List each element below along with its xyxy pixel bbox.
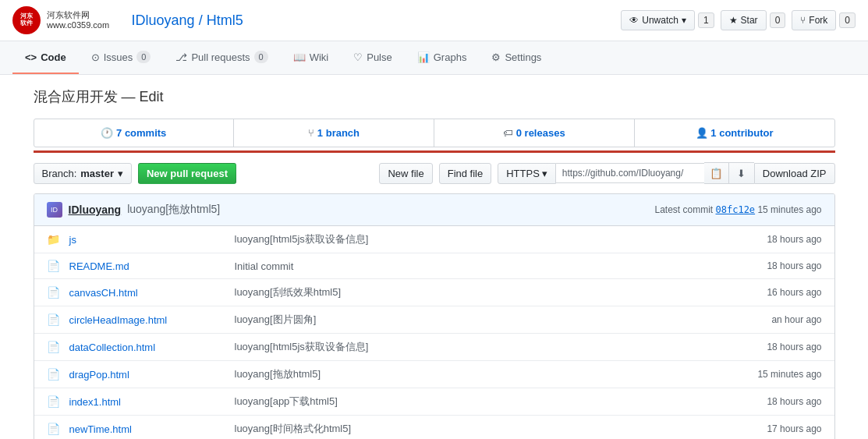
folder-icon: 📁: [47, 233, 60, 246]
file-name-link[interactable]: js: [69, 234, 225, 246]
header-right: 👁 Unwatch ▾ 1 ★ Star 0 ⑂ Fork 0: [621, 10, 856, 30]
clipboard-icon: 📋: [710, 168, 723, 179]
issues-badge: 0: [136, 51, 151, 63]
clone-url-input[interactable]: [556, 163, 704, 183]
nav-item-pulse[interactable]: ♡ Pulse: [341, 41, 405, 74]
download-icon-button[interactable]: ⬇: [729, 162, 754, 184]
commit-icon: 🕐: [101, 127, 116, 139]
file-row: 📄 canvasCH.html luoyang[刮纸效果html5] 16 ho…: [34, 279, 834, 306]
watch-button[interactable]: 👁 Unwatch ▾: [621, 10, 695, 30]
download-zip-button[interactable]: Download ZIP: [754, 163, 835, 184]
new-file-button[interactable]: New file: [379, 163, 432, 184]
fork-button[interactable]: ⑂ Fork: [792, 10, 836, 30]
page-subtitle: 混合应用开发 — Edit: [34, 87, 835, 106]
file-time: an hour ago: [771, 314, 821, 325]
pull-request-icon: ⎇: [175, 51, 187, 63]
releases-link[interactable]: 0 releases: [516, 127, 565, 139]
star-count: 0: [770, 12, 786, 28]
file-commit-message: luoyang[html5js获取设备信息]: [235, 232, 758, 246]
stat-contributors[interactable]: 👤 1 contributor: [635, 119, 834, 147]
file-row: 📁 js luoyang[html5js获取设备信息] 18 hours ago: [34, 226, 834, 253]
header: 河东软件 河东软件网 www.c0359.com IDluoyang / Htm…: [0, 0, 868, 41]
person-icon: 👤: [696, 127, 711, 139]
file-time: 15 minutes ago: [757, 369, 821, 380]
file-commit-message: luoyang[app下载html5]: [235, 395, 758, 409]
logo-icon: 河东软件: [12, 6, 41, 34]
file-name-link[interactable]: canvasCH.html: [69, 287, 225, 299]
file-time: 18 hours ago: [767, 234, 821, 245]
file-name-link[interactable]: dataCollection.html: [69, 342, 225, 353]
file-time: 18 hours ago: [767, 260, 821, 271]
file-time: 16 hours ago: [767, 287, 821, 298]
pulse-icon: ♡: [353, 51, 363, 63]
clipboard-button[interactable]: 📋: [704, 162, 729, 184]
branch-selector[interactable]: Branch: master ▾: [34, 163, 132, 184]
avatar: ID: [47, 202, 62, 218]
stat-releases[interactable]: 🏷 0 releases: [434, 119, 635, 147]
fork-count: 0: [839, 12, 856, 28]
file-icon: 📄: [47, 286, 60, 299]
find-file-button[interactable]: Find file: [439, 163, 492, 184]
logo-text: 河东软件网 www.c0359.com: [47, 10, 109, 30]
file-name-link[interactable]: index1.html: [69, 396, 225, 408]
file-row: 📄 dataCollection.html luoyang[html5js获取设…: [34, 334, 834, 361]
file-commit-message: luoyang[时间格式化html5]: [235, 422, 758, 436]
star-icon: ★: [729, 15, 738, 26]
file-commit-message: luoyang[图片圆角]: [235, 313, 763, 327]
tag-icon: 🏷: [503, 127, 516, 139]
file-commit-message: luoyang[拖放html5]: [235, 367, 749, 381]
file-time: 17 hours ago: [767, 423, 821, 434]
stat-commits[interactable]: 🕐 7 commits: [34, 119, 235, 147]
chevron-down-icon: ▾: [118, 168, 123, 179]
nav-item-graphs[interactable]: 📊 Graphs: [405, 41, 480, 74]
main-content: 混合应用开发 — Edit 🕐 7 commits ⑂ 1 branch 🏷 0…: [21, 75, 848, 439]
file-icon: 📄: [47, 260, 60, 272]
file-row: 📄 dragPop.html luoyang[拖放html5] 15 minut…: [34, 361, 834, 388]
file-icon: 📄: [47, 395, 60, 408]
repo-name-link[interactable]: Html5: [207, 12, 243, 28]
file-row: 📄 index1.html luoyang[app下载html5] 18 hou…: [34, 388, 834, 416]
nav-item-issues[interactable]: ⊙ Issues 0: [79, 41, 164, 74]
contributors-link[interactable]: 1 contributor: [710, 127, 773, 139]
star-button[interactable]: ★ Star: [721, 10, 767, 30]
download-small-icon: ⬇: [737, 168, 746, 179]
https-button[interactable]: HTTPS ▾: [498, 163, 556, 184]
nav-item-settings[interactable]: ⚙ Settings: [479, 41, 554, 74]
file-icon: 📄: [47, 341, 60, 353]
graphs-icon: 📊: [417, 51, 430, 63]
separator: [119, 13, 122, 27]
nav-item-code[interactable]: <> Code: [12, 41, 79, 74]
file-commit-message: luoyang[html5js获取设备信息]: [235, 340, 758, 354]
chevron-down-icon: ▾: [682, 15, 686, 26]
wiki-icon: 📖: [293, 51, 306, 63]
branches-link[interactable]: 1 branch: [317, 127, 360, 139]
file-commit-message: Initial commit: [235, 260, 758, 272]
commit-hash-link[interactable]: 08fc12e: [716, 204, 756, 215]
settings-icon: ⚙: [491, 51, 501, 63]
nav-item-pull-requests[interactable]: ⎇ Pull requests 0: [163, 41, 280, 74]
file-time: 18 hours ago: [767, 342, 821, 352]
branch-name: master: [80, 168, 114, 179]
file-name-link[interactable]: README.md: [69, 260, 225, 272]
repo-owner-link[interactable]: IDluoyang: [132, 12, 195, 28]
nav-item-wiki[interactable]: 📖 Wiki: [281, 41, 342, 74]
commit-meta: Latest commit 08fc12e 15 minutes ago: [654, 204, 821, 215]
file-row: 📄 README.md Initial commit 18 hours ago: [34, 253, 834, 279]
code-icon: <>: [25, 51, 37, 63]
file-commit-message: luoyang[刮纸效果html5]: [235, 285, 758, 299]
header-left: 河东软件 河东软件网 www.c0359.com IDluoyang / Htm…: [12, 6, 243, 34]
file-icon: 📄: [47, 313, 60, 326]
logo-area: 河东软件 河东软件网 www.c0359.com: [12, 6, 109, 34]
toolbar: Branch: master ▾ New pull request New fi…: [34, 162, 835, 184]
stat-branches[interactable]: ⑂ 1 branch: [234, 119, 434, 147]
branch-label: Branch:: [42, 168, 77, 179]
new-pull-request-button[interactable]: New pull request: [138, 163, 236, 184]
commit-author-link[interactable]: IDluoyang: [69, 204, 122, 216]
commit-header: ID IDluoyang luoyang[拖放html5] Latest com…: [34, 194, 834, 226]
file-name-link[interactable]: dragPop.html: [69, 369, 225, 381]
repo-separator: /: [199, 12, 207, 28]
branch-icon: ⑂: [308, 127, 317, 139]
commits-link[interactable]: 7 commits: [116, 127, 166, 139]
file-name-link[interactable]: circleHeadImage.html: [69, 314, 225, 326]
file-name-link[interactable]: newTime.html: [69, 423, 225, 435]
